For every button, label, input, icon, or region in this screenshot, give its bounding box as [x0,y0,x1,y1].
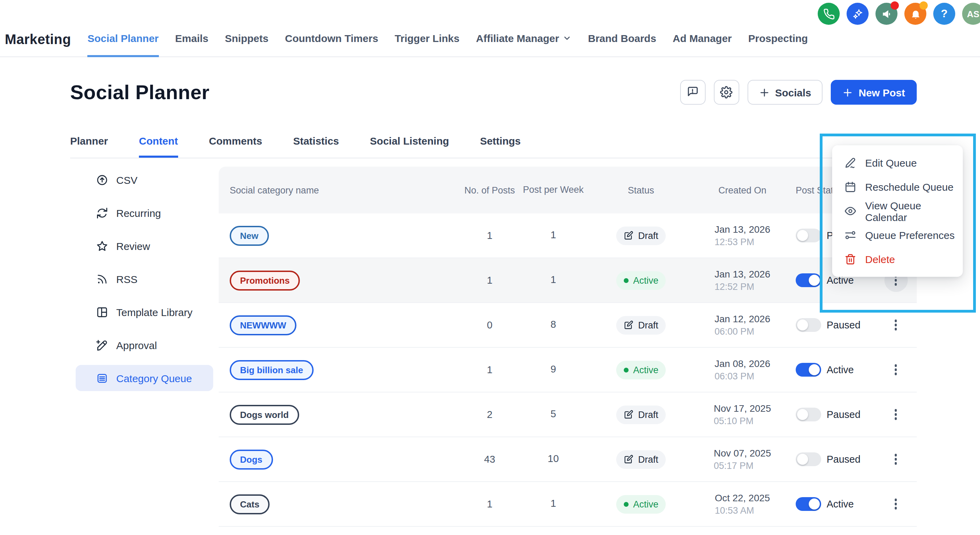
no-of-posts-value: 2 [459,409,520,420]
pen-icon [845,157,856,169]
post-status-toggle[interactable] [796,228,821,242]
social-planner-page: ? AS Marketing Social Planner Emails Sni… [0,0,980,535]
post-status-label: Active [827,364,854,375]
created-date: Jan 13, 2026 [714,224,770,235]
row-menu-button[interactable] [892,362,900,378]
topbar-icon-group: ? AS [818,3,980,25]
post-status-toggle[interactable] [796,407,821,422]
menu-item-edit-queue[interactable]: Edit Queue [832,151,963,175]
post-status-toggle[interactable] [796,363,821,377]
sidebar-item-approval[interactable]: Approval [76,332,213,358]
star-icon [96,240,108,252]
category-pill[interactable]: Promotions [230,270,300,290]
category-pill[interactable]: New [230,225,269,246]
calendar-icon [845,181,856,193]
socials-button[interactable]: Socials [748,80,823,105]
nav-item-trigger-links[interactable]: Trigger Links [395,32,460,57]
active-dot-icon [624,501,628,506]
toggle-knob [797,409,808,420]
tab-content[interactable]: Content [139,135,178,158]
post-status-toggle[interactable] [796,452,821,466]
section-tabs: Planner Content Comments Statistics Soci… [70,135,917,158]
new-post-button[interactable]: New Post [831,80,917,105]
table-row: Promotions 1 1 Active Jan 13, 2026 12:52… [219,258,917,303]
layout-icon [96,306,108,318]
post-per-week-value: 10 [520,452,586,466]
sidebar-item-category-queue[interactable]: Category Queue [76,365,213,391]
settings-button[interactable] [714,80,739,105]
col-status: Status [586,185,696,195]
tab-comments[interactable]: Comments [209,135,262,158]
created-time: 05:17 PM [714,461,771,471]
created-time: 12:53 PM [714,237,770,247]
page-header: Social Planner Socials New Post [0,57,980,105]
bell-icon[interactable] [904,3,926,25]
post-status-label: Active [827,498,854,509]
category-pill[interactable]: Big billion sale [230,360,313,380]
menu-item-queue-preferences[interactable]: Queue Preferences [832,223,963,247]
created-time: 12:52 PM [714,282,770,292]
nav-item-snippets[interactable]: Snippets [225,32,269,57]
tab-settings[interactable]: Settings [480,135,520,158]
post-per-week-value: 1 [520,497,586,511]
menu-item-reschedule-queue[interactable]: Reschedule Queue [832,175,963,199]
nav-item-affiliate-manager[interactable]: Affiliate Manager [476,32,571,57]
created-date: Nov 07, 2025 [714,447,771,458]
post-status-toggle[interactable] [796,318,821,332]
nav-item-prospecting[interactable]: Prospecting [748,32,808,57]
row-menu-button[interactable] [892,451,900,468]
nav-item-social-planner[interactable]: Social Planner [88,32,159,57]
row-menu-button[interactable] [892,496,900,512]
row-menu-button[interactable] [892,407,900,423]
category-pill[interactable]: Dogs world [230,404,299,425]
post-per-week-value: 5 [520,407,586,421]
sidebar-item-template-library[interactable]: Template Library [76,299,213,325]
pencil-square-icon [624,410,633,419]
created-time: 06:03 PM [714,371,770,382]
sparkles-icon[interactable] [846,3,869,25]
main-area: CSV Recurring Review RSS Template Librar… [70,167,917,527]
feedback-button[interactable] [680,80,706,105]
category-pill[interactable]: NEWWWW [230,315,296,335]
table-row: Big billion sale 1 9 Active Jan 08, 2026… [219,348,917,393]
post-status-toggle[interactable] [796,497,821,511]
chevron-down-icon [563,34,571,43]
sidebar-item-csv[interactable]: CSV [76,167,213,193]
bell-badge [920,2,928,10]
tab-statistics[interactable]: Statistics [293,135,339,158]
pencil-square-icon [624,320,633,330]
no-of-posts-value: 43 [459,454,520,465]
no-of-posts-value: 1 [459,230,520,241]
table-row: Dogs 43 10 Draft Nov 07, 2025 05:17 PM P… [219,437,917,482]
nav-item-brand-boards[interactable]: Brand Boards [588,32,656,57]
tab-social-listening[interactable]: Social Listening [370,135,449,158]
refresh-icon [96,207,108,219]
draft-status-badge: Draft [616,226,666,245]
toggle-knob [809,275,820,286]
created-date: Oct 22, 2025 [715,492,770,503]
tab-planner[interactable]: Planner [70,135,108,158]
post-status-toggle[interactable] [796,273,821,287]
row-menu-button[interactable] [892,317,900,333]
page-title: Social Planner [70,81,209,104]
nav-item-countdown-timers[interactable]: Countdown Timers [285,32,378,57]
no-of-posts-value: 0 [459,319,520,331]
sidebar-item-rss[interactable]: RSS [76,266,213,292]
sidebar-item-recurring[interactable]: Recurring [76,200,213,226]
active-dot-icon [624,278,628,283]
nav-item-emails[interactable]: Emails [175,32,208,57]
toggle-knob [797,230,808,241]
avatar[interactable]: AS [962,3,980,25]
menu-item-delete[interactable]: Delete [832,247,963,271]
help-icon[interactable]: ? [933,3,955,25]
megaphone-icon[interactable] [875,3,897,25]
toggle-knob [809,498,820,509]
nav-item-ad-manager[interactable]: Ad Manager [673,32,732,57]
category-pill[interactable]: Dogs [230,449,273,469]
top-bar: ? AS Marketing Social Planner Emails Sni… [0,0,980,57]
sidebar-item-review[interactable]: Review [76,233,213,259]
draft-status-badge: Draft [616,450,666,469]
phone-icon[interactable] [818,3,840,25]
menu-item-view-queue-calendar[interactable]: View Queue Calendar [832,199,963,223]
category-pill[interactable]: Cats [230,494,270,514]
